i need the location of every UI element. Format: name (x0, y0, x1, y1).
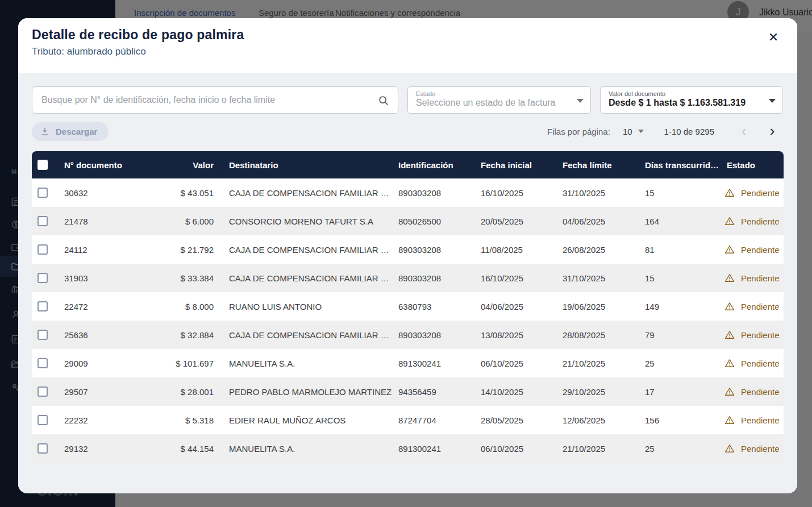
warning-icon (724, 443, 735, 454)
row-checkbox[interactable] (38, 216, 48, 226)
search-icon[interactable] (377, 94, 390, 107)
valor-select[interactable]: Valor del documento Desde $ 1 hasta $ 1.… (600, 86, 783, 114)
cell-n-documento: 29507 (59, 387, 156, 397)
cell-identificacion: 890303208 (393, 330, 476, 340)
estado-label: Pendiente (741, 188, 780, 198)
search-input[interactable] (32, 87, 398, 113)
row-checkbox[interactable] (38, 443, 48, 454)
download-button[interactable]: Descargar (32, 122, 109, 141)
cell-dias-transcurridos: 81 (640, 245, 722, 255)
cell-fecha-limite: 19/06/2025 (557, 302, 640, 311)
cell-destinatario: CONSORCIO MORENO TAFURT S.A (215, 217, 393, 226)
cell-valor: $ 43.051 (156, 188, 215, 198)
cell-fecha-inicial: 20/05/2025 (476, 217, 557, 226)
cell-n-documento: 29009 (59, 359, 156, 368)
table-row[interactable]: 21478 $ 6.000 CONSORCIO MORENO TAFURT S.… (32, 207, 784, 235)
cell-destinatario: CAJA DE COMPENSACION FAMILIAR … (215, 330, 393, 340)
estado-select-value: Seleccione un estado de la factura (416, 98, 573, 108)
cell-estado: Pendiente (722, 443, 784, 454)
cell-valor: $ 44.154 (156, 444, 215, 454)
estado-label: Pendiente (741, 387, 780, 397)
table-row[interactable]: 25636 $ 32.884 CAJA DE COMPENSACION FAMI… (32, 321, 784, 349)
table-row[interactable]: 22232 $ 5.318 EDIER RAUL MUÑOZ ARCOS 872… (32, 406, 784, 434)
warning-icon (724, 358, 735, 369)
rows-per-page-label: Filas por página: (547, 127, 610, 136)
estado-label: Pendiente (741, 302, 780, 311)
caret-down-icon (577, 99, 584, 103)
close-icon[interactable]: ✕ (764, 28, 782, 47)
cell-identificacion: 890303208 (393, 273, 476, 283)
table-row[interactable]: 22472 $ 8.000 RUANO LUIS ANTONIO 6380793… (32, 292, 784, 321)
cell-fecha-limite: 29/10/2025 (557, 387, 640, 397)
rows-per-page-select[interactable]: 10 (623, 127, 644, 136)
warning-icon (724, 244, 735, 255)
estado-label: Pendiente (741, 444, 780, 454)
cell-estado: Pendiente (722, 301, 784, 312)
row-checkbox[interactable] (38, 415, 48, 425)
row-checkbox[interactable] (38, 244, 48, 255)
cell-valor: $ 101.697 (156, 359, 215, 368)
header-destinatario: Destinatario (215, 160, 393, 170)
cell-n-documento: 25636 (59, 330, 156, 340)
cell-valor: $ 6.000 (156, 217, 215, 226)
cell-dias-transcurridos: 79 (640, 330, 722, 340)
rows-per-page-value: 10 (623, 127, 632, 136)
valor-select-label: Valor del documento (609, 90, 765, 97)
row-checkbox[interactable] (38, 273, 48, 283)
cell-fecha-limite: 28/08/2025 (557, 330, 640, 340)
cell-n-documento: 22472 (59, 302, 156, 311)
header-estado: Estado (722, 160, 784, 170)
cell-estado: Pendiente (722, 244, 784, 255)
estado-select-label: Estado (416, 90, 573, 97)
cell-identificacion: 890303208 (393, 188, 476, 198)
download-icon (40, 126, 50, 136)
cell-dias-transcurridos: 15 (640, 273, 722, 283)
cell-n-documento: 31903 (59, 273, 156, 283)
cell-dias-transcurridos: 25 (640, 359, 722, 368)
chevron-left-icon[interactable]: ‹ (737, 124, 751, 138)
cell-estado: Pendiente (722, 329, 784, 340)
table-row[interactable]: 30632 $ 43.051 CAJA DE COMPENSACION FAMI… (32, 178, 784, 207)
table-row[interactable]: 29009 $ 101.697 MANUELITA S.A. 891300241… (32, 349, 784, 377)
row-checkbox[interactable] (38, 330, 48, 340)
cell-n-documento: 21478 (59, 217, 156, 226)
cell-identificacion: 87247704 (393, 415, 476, 425)
row-checkbox[interactable] (38, 301, 48, 311)
cell-fecha-inicial: 13/08/2025 (476, 330, 557, 340)
cell-dias-transcurridos: 156 (640, 415, 722, 425)
estado-label: Pendiente (741, 217, 780, 226)
header-valor: Valor (156, 160, 215, 170)
warning-icon (724, 386, 735, 397)
cell-dias-transcurridos: 164 (640, 217, 722, 226)
modal-title: Detalle de recibo de pago palmira (32, 27, 784, 43)
row-checkbox[interactable] (38, 358, 48, 368)
table-row[interactable]: 24112 $ 21.792 CAJA DE COMPENSACION FAMI… (32, 235, 784, 264)
header-fecha-inicial: Fecha inicial (476, 160, 557, 170)
cell-estado: Pendiente (722, 187, 784, 198)
cell-destinatario: CAJA DE COMPENSACION FAMILIAR … (215, 273, 393, 283)
caret-down-icon (638, 130, 644, 133)
select-all-checkbox[interactable] (38, 160, 48, 170)
cell-destinatario: PEDRO PABLO MARMOLEJO MARTINEZ (215, 387, 393, 397)
warning-icon (724, 414, 735, 426)
cell-identificacion: 891300241 (393, 359, 476, 368)
row-checkbox[interactable] (38, 387, 48, 397)
search-box (32, 86, 398, 114)
cell-estado: Pendiente (722, 386, 784, 397)
cell-fecha-limite: 12/06/2025 (557, 415, 640, 425)
estado-select[interactable]: Estado Seleccione un estado de la factur… (407, 86, 591, 114)
table-row[interactable]: 31903 $ 33.384 CAJA DE COMPENSACION FAMI… (32, 264, 784, 292)
row-checkbox[interactable] (38, 188, 48, 198)
cell-identificacion: 891300241 (393, 444, 476, 454)
table-row[interactable]: 29507 $ 28.001 PEDRO PABLO MARMOLEJO MAR… (32, 377, 784, 406)
cell-n-documento: 29132 (59, 444, 156, 454)
cell-fecha-inicial: 16/10/2025 (476, 273, 557, 283)
cell-identificacion: 890303208 (393, 245, 476, 255)
cell-destinatario: MANUELITA S.A. (215, 359, 393, 368)
detalle-recibo-modal: Detalle de recibo de pago palmira Tribut… (18, 18, 797, 493)
table-row[interactable]: 29132 $ 44.154 MANUELITA S.A. 891300241 … (32, 434, 784, 463)
estado-label: Pendiente (741, 330, 780, 340)
chevron-right-icon[interactable]: › (765, 124, 779, 138)
cell-dias-transcurridos: 15 (640, 188, 722, 198)
cell-estado: Pendiente (722, 215, 784, 227)
